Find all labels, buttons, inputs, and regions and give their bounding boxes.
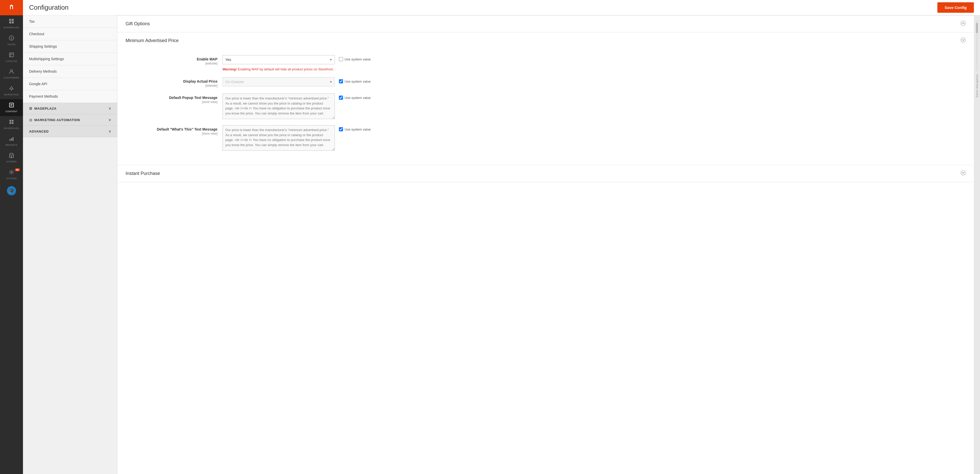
stores-icon	[9, 152, 14, 159]
warning-bold: Warning!	[223, 67, 237, 71]
sidebar-item-catalog[interactable]: CATALOG	[0, 49, 23, 66]
enable-map-select[interactable]: Yes No	[223, 55, 335, 64]
default-whats-this-label: Default "What's This" Text Message	[126, 127, 218, 131]
map-header[interactable]: Minimum Advertised Price	[118, 32, 974, 49]
sidebar-item-sales[interactable]: $ SALES	[0, 32, 23, 49]
gift-options-toggle-icon	[961, 21, 966, 27]
nav-section-marketing-automation-label: MARKETING AUTOMATION	[35, 118, 80, 122]
display-actual-price-row: Display Actual Price [website] On Gestur…	[126, 77, 966, 87]
map-title: Minimum Advertised Price	[126, 38, 179, 43]
default-whats-this-input-col: Our price is lower than the manufacturer…	[223, 125, 966, 151]
map-body: Enable MAP [website] Yes No	[118, 49, 974, 165]
display-actual-price-use-system-checkbox[interactable]	[339, 79, 343, 83]
content-icon	[9, 102, 14, 109]
sidebar-item-system[interactable]: SYSTEM 60	[0, 166, 23, 183]
nav-item-delivery-methods[interactable]: Delivery Methods	[23, 65, 117, 78]
svg-rect-10	[10, 120, 11, 122]
demo-navigation-label: Demo Navigation	[976, 74, 978, 97]
right-strip: Demo Navigation	[974, 15, 980, 474]
svg-point-19	[11, 171, 12, 173]
system-icon	[9, 169, 14, 176]
mageplaza-icon	[9, 119, 14, 126]
nav-section-mageplaza[interactable]: ⊠ MAGEPLAZA ∨	[23, 103, 117, 114]
svg-rect-16	[13, 137, 14, 141]
display-actual-price-input-col: On Gesture In Cart Before Order Confirma…	[223, 77, 966, 86]
default-popup-text-sublabel: [store view]	[126, 100, 218, 104]
sidebar-item-customers[interactable]: CUSTOMERS	[0, 65, 23, 82]
svg-rect-3	[12, 21, 14, 24]
display-actual-price-select[interactable]: On Gesture In Cart Before Order Confirma…	[223, 77, 335, 86]
nav-section-mageplaza-label: MAGEPLAZA	[35, 106, 57, 110]
nav-section-advanced-label: ADVANCED	[29, 130, 49, 133]
use-system-value-label-4: Use system value	[345, 127, 371, 131]
enable-map-select-wrapper: Yes No	[223, 55, 335, 64]
mageplaza-section-icon: ⊠	[29, 106, 32, 110]
nav-section-advanced[interactable]: ADVANCED ∨	[23, 126, 117, 137]
nav-item-checkout[interactable]: Checkout	[23, 28, 117, 40]
map-section: Minimum Advertised Price Enable MAP [web	[118, 32, 974, 165]
instant-purchase-title: Instant Purchase	[126, 171, 160, 176]
sidebar-item-dashboard[interactable]: DASHBOARD	[0, 15, 23, 32]
main-wrapper: Configuration Save Config Tax Checkout S…	[23, 0, 980, 474]
display-actual-price-use-system-checkbox-label[interactable]: Use system value	[339, 77, 371, 83]
default-whats-this-use-system-checkbox[interactable]	[339, 127, 343, 131]
marketing-automation-chevron-icon: ∨	[108, 118, 111, 122]
sidebar-item-content[interactable]: CONTENT	[0, 99, 23, 116]
sidebar-item-stores[interactable]: STORES	[0, 149, 23, 166]
gift-options-header[interactable]: Gift Options	[118, 16, 974, 32]
svg-text:$: $	[11, 36, 13, 40]
sidebar-item-label: SALES	[7, 43, 16, 46]
instant-purchase-header[interactable]: Instant Purchase	[118, 165, 974, 182]
sidebar-item-label: CONTENT	[6, 110, 18, 113]
default-popup-text-input-col: Our price is lower than the manufacturer…	[223, 94, 966, 119]
user-avatar[interactable]: 🎓	[0, 183, 23, 198]
svg-rect-12	[10, 122, 11, 124]
nav-item-payment-methods[interactable]: Payment Methods	[23, 90, 117, 103]
nav-item-google-api[interactable]: Google API	[23, 78, 117, 90]
enable-map-use-system-checkbox[interactable]	[339, 57, 343, 61]
sidebar-logo[interactable]	[0, 0, 23, 15]
svg-rect-14	[10, 139, 11, 141]
instant-purchase-section: Instant Purchase	[118, 165, 974, 182]
sidebar-item-mageplaza[interactable]: MAGEPLAZA	[0, 116, 23, 133]
enable-map-label-col: Enable MAP [website]	[126, 55, 223, 65]
sidebar-item-label: CATALOG	[6, 60, 17, 63]
sidebar-item-label: MAGEPLAZA	[4, 127, 19, 130]
nav-section-marketing-automation[interactable]: ◎ MARKETING AUTOMATION ∨	[23, 114, 117, 126]
default-whats-this-textarea[interactable]: Our price is lower than the manufacturer…	[223, 125, 335, 151]
nav-item-multishipping[interactable]: Multishipping Settings	[23, 53, 117, 65]
svg-rect-2	[9, 21, 11, 24]
default-whats-this-label-col: Default "What's This" Text Message [stor…	[126, 125, 223, 135]
mageplaza-chevron-icon: ∨	[108, 106, 111, 110]
sidebar-item-label: SYSTEM	[6, 177, 17, 180]
marketing-automation-section-icon: ◎	[29, 118, 32, 122]
gift-options-title: Gift Options	[126, 21, 150, 27]
default-whats-this-use-system-checkbox-label[interactable]: Use system value	[339, 125, 371, 131]
sidebar-item-label: DASHBOARD	[3, 26, 19, 29]
display-actual-price-sublabel: [website]	[126, 84, 218, 87]
save-config-button[interactable]: Save Config	[937, 2, 974, 13]
default-popup-text-label-col: Default Popup Text Message [store view]	[126, 94, 223, 104]
enable-map-use-system-checkbox-label[interactable]: Use system value	[339, 55, 371, 61]
default-whats-this-text-row: Default "What's This" Text Message [stor…	[126, 125, 966, 151]
scrollbar-track[interactable]	[976, 21, 978, 71]
default-popup-text-use-system-checkbox[interactable]	[339, 96, 343, 100]
nav-item-shipping-settings[interactable]: Shipping Settings	[23, 40, 117, 53]
content-area: Tax Checkout Shipping Settings Multiship…	[23, 15, 980, 474]
reports-icon	[9, 136, 14, 143]
main-content: Gift Options Minimum Advertised Price	[118, 15, 974, 474]
map-toggle-icon	[961, 38, 966, 44]
magento-logo-icon	[6, 3, 17, 13]
dashboard-icon	[9, 18, 14, 25]
sidebar-item-marketing[interactable]: MARKETING	[0, 82, 23, 99]
sidebar-item-reports[interactable]: REPORTS	[0, 133, 23, 150]
display-actual-price-label-col: Display Actual Price [website]	[126, 77, 223, 87]
nav-item-tax[interactable]: Tax	[23, 15, 117, 28]
instant-purchase-toggle-icon	[961, 170, 966, 177]
svg-point-22	[961, 171, 966, 175]
sidebar-item-label: STORES	[6, 160, 17, 163]
use-system-value-label-3: Use system value	[345, 96, 371, 100]
default-popup-text-textarea[interactable]: Our price is lower than the manufacturer…	[223, 94, 335, 119]
customers-icon	[9, 68, 14, 76]
default-popup-text-use-system-checkbox-label[interactable]: Use system value	[339, 94, 371, 100]
